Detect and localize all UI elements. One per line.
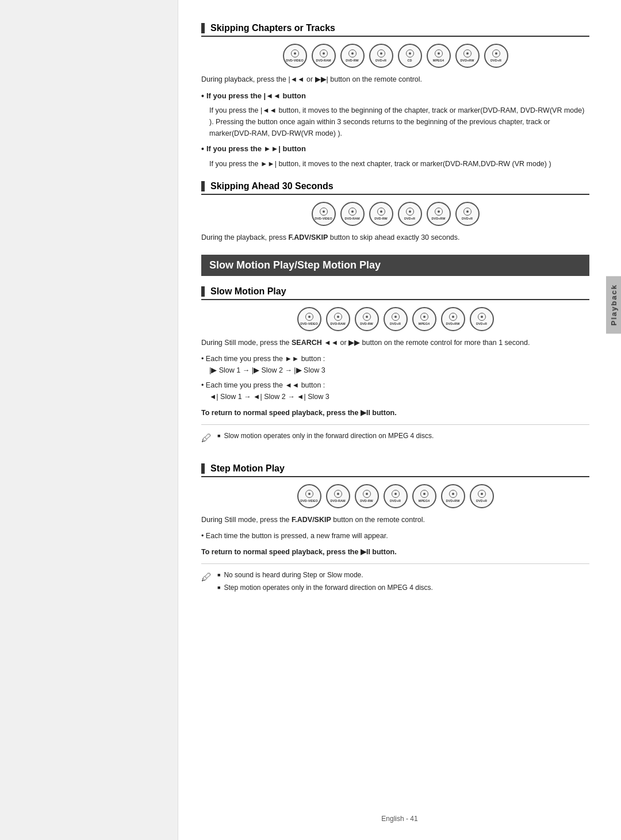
- disc-icon-dvd-r: DVD+R: [369, 44, 393, 68]
- disc-s4-dvd-rw: DVD-RW: [355, 484, 379, 508]
- note-box-3: 🖊 Slow motion operates only in the forwa…: [201, 424, 589, 452]
- bullet1-text: If you press the |◄◄ button, it moves to…: [201, 105, 589, 139]
- disc-s4-dvd-r2: DVD+R: [470, 484, 494, 508]
- section-title-3: Slow Motion Play: [210, 286, 286, 297]
- section1-intro: During playback, press the |◄◄ or ▶▶| bu…: [201, 74, 589, 85]
- bullet2-item: If you press the ►►| button If you press…: [201, 143, 589, 169]
- bullet1-title: If you press the |◄◄ button: [201, 90, 589, 102]
- page-footer: English - 41: [178, 815, 621, 823]
- note-line-4-2: Step motion operates only in the forward…: [217, 582, 433, 593]
- section-skipping-chapters: Skipping Chapters or Tracks DVD-VIDEO DV…: [201, 23, 589, 170]
- disc-s3-dvd-r: DVD+R: [384, 307, 408, 331]
- disc-icons-row-1: DVD-VIDEO DVD-RAM DVD-RW DVD+R CD: [201, 44, 589, 68]
- section-title-4: Step Motion Play: [210, 463, 285, 474]
- big-section-title: Slow Motion Play/Step Motion Play: [209, 259, 381, 271]
- disc-icons-row-3: DVD-VIDEO DVD-RAM DVD-RW DVD+R MPEG4: [201, 307, 589, 331]
- note-icon-3: 🖊: [201, 431, 212, 446]
- disc-s2-dvd-ram: DVD-RAM: [340, 202, 365, 226]
- disc-icon-dvd-r2: DVD+R: [484, 44, 508, 68]
- note-line-3-1: Slow motion operates only in the forward…: [217, 431, 434, 441]
- section-step-motion: Step Motion Play DVD-VIDEO DVD-RAM DVD-R…: [201, 463, 589, 599]
- disc-s2-dvd-r2: DVD+R: [455, 202, 480, 226]
- note-icon-4: 🖊: [201, 570, 212, 585]
- big-section-heading: Slow Motion Play/Step Motion Play: [201, 255, 589, 276]
- section-slow-motion: Slow Motion Play DVD-VIDEO DVD-RAM DVD-R…: [201, 286, 589, 452]
- section3-intro: During Still mode, press the SEARCH ◄◄ o…: [201, 337, 589, 348]
- disc-s3-mpeg4: MPEG4: [412, 307, 436, 331]
- disc-s4-dvd-ram: DVD-RAM: [326, 484, 350, 508]
- section-heading-1: Skipping Chapters or Tracks: [201, 23, 589, 37]
- disc-s3-dvd-rw2: DVD+RW: [441, 307, 465, 331]
- disc-icon-dvd-video: DVD-VIDEO: [283, 44, 307, 68]
- bullet-rew-text: ◄| Slow 1 → ◄| Slow 2 → ◄| Slow 3: [201, 392, 589, 402]
- section-heading-4: Step Motion Play: [201, 463, 589, 477]
- section-title-1: Skipping Chapters or Tracks: [210, 23, 335, 33]
- disc-s2-dvd-video: DVD-VIDEO: [312, 202, 336, 226]
- disc-s3-dvd-rw: DVD-RW: [355, 307, 379, 331]
- disc-icon-dvd-ram: DVD-RAM: [312, 44, 336, 68]
- left-panel: [0, 0, 178, 840]
- disc-s3-dvd-r2: DVD+R: [470, 307, 494, 331]
- bullet1-item: If you press the |◄◄ button If you press…: [201, 90, 589, 139]
- disc-icons-row-4: DVD-VIDEO DVD-RAM DVD-RW DVD+R MPEG4: [201, 484, 589, 508]
- note-content-3: Slow motion operates only in the forward…: [217, 431, 434, 441]
- note-box-4: 🖊 No sound is heard during Step or Slow …: [201, 563, 589, 599]
- section-heading-3: Slow Motion Play: [201, 286, 589, 300]
- section2-body: During the playback, press F.ADV/SKIP bu…: [201, 232, 589, 243]
- disc-s3-dvd-video: DVD-VIDEO: [297, 307, 321, 331]
- section4-return: To return to normal speed playback, pres…: [201, 546, 589, 558]
- main-content: Skipping Chapters or Tracks DVD-VIDEO DV…: [178, 0, 621, 840]
- playback-tab-label: Playback: [610, 284, 618, 325]
- disc-icon-cd: CD: [398, 44, 422, 68]
- bullet-ff-title: Each time you press the ►► button :: [206, 355, 325, 363]
- disc-icons-row-2: DVD-VIDEO DVD-RAM DVD-RW DVD+R DVD+RW: [201, 202, 589, 226]
- disc-icon-dvd-rw: DVD-RW: [340, 44, 365, 68]
- section4-intro: During Still mode, press the F.ADV/SKIP …: [201, 514, 589, 526]
- section-heading-2: Skipping Ahead 30 Seconds: [201, 181, 589, 195]
- disc-s4-dvd-video: DVD-VIDEO: [297, 484, 321, 508]
- disc-s2-dvd-rw2: DVD+RW: [427, 202, 451, 226]
- disc-icon-dvd-rw2: DVD+RW: [455, 44, 480, 68]
- disc-s2-dvd-rw: DVD-RW: [369, 202, 393, 226]
- section3-return: To return to normal speed playback, pres…: [201, 407, 589, 419]
- bullet2-text: If you press the ►►| button, it moves to…: [201, 158, 589, 170]
- disc-icon-mpeg4: MPEG4: [427, 44, 451, 68]
- bullet-ff-text: |▶ Slow 1 → |▶ Slow 2 → |▶ Slow 3: [201, 365, 589, 376]
- section-title-2: Skipping Ahead 30 Seconds: [210, 181, 334, 191]
- playback-tab: Playback: [606, 276, 621, 333]
- disc-s4-dvd-r: DVD+R: [384, 484, 408, 508]
- bullet-rew-title: Each time you press the ◄◄ button :: [206, 381, 325, 389]
- section-skipping-ahead: Skipping Ahead 30 Seconds DVD-VIDEO DVD-…: [201, 181, 589, 243]
- footer-text: English - 41: [381, 815, 417, 823]
- bullet2-title: If you press the ►►| button: [201, 143, 589, 155]
- disc-s4-dvd-rw2: DVD+RW: [441, 484, 465, 508]
- disc-s3-dvd-ram: DVD-RAM: [326, 307, 350, 331]
- section4-bullet: • Each time the button is pressed, a new…: [201, 530, 589, 542]
- bullet-ff: • Each time you press the ►► button : |▶…: [201, 353, 589, 376]
- bullet-rew: • Each time you press the ◄◄ button : ◄|…: [201, 379, 589, 402]
- note-content-4: No sound is heard during Step or Slow mo…: [217, 570, 433, 593]
- disc-s2-dvd-r: DVD+R: [398, 202, 422, 226]
- note-line-4-1: No sound is heard during Step or Slow mo…: [217, 570, 433, 580]
- disc-s4-mpeg4: MPEG4: [412, 484, 436, 508]
